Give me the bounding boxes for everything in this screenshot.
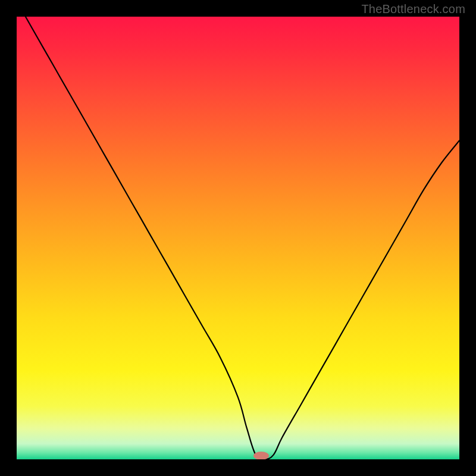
watermark-text: TheBottleneck.com (361, 2, 465, 16)
plot-svg (17, 17, 459, 459)
chart-frame: TheBottleneck.com (0, 0, 476, 476)
gradient-background (17, 17, 459, 459)
plot-area (17, 17, 459, 459)
